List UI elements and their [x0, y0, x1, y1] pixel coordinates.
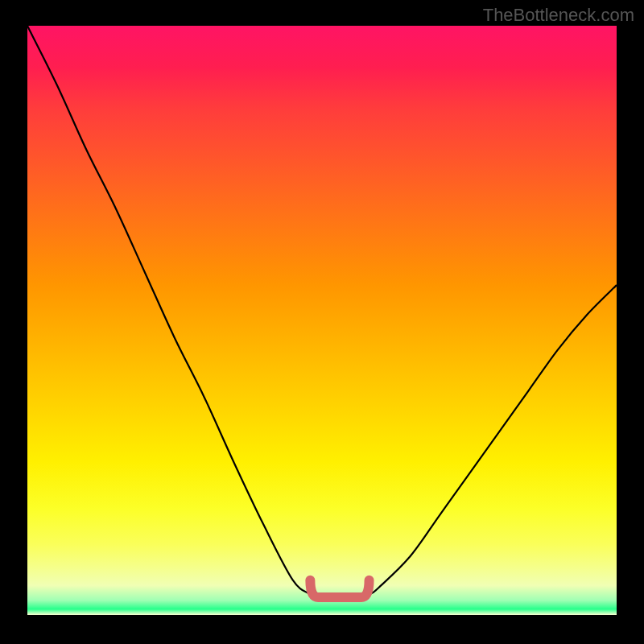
optimal-range-marker: [27, 26, 617, 615]
attribution-text: TheBottleneck.com: [483, 5, 634, 26]
chart-plot-area: [27, 26, 617, 615]
